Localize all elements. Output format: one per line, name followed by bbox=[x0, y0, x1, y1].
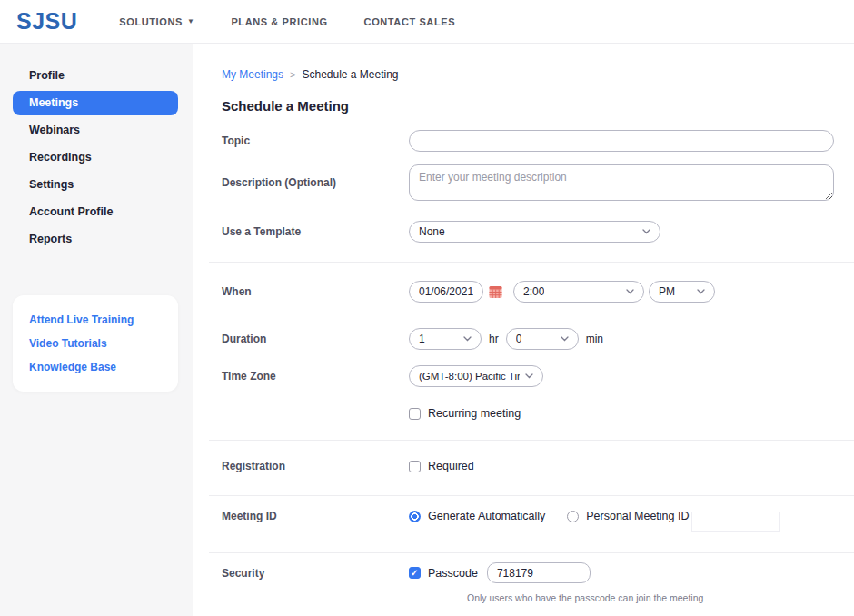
calendar-icon[interactable] bbox=[489, 285, 502, 299]
timezone-row: Time Zone (GMT-8:00) Pacific Time ( bbox=[222, 365, 834, 387]
description-row: Description (Optional) bbox=[222, 164, 834, 201]
when-row: When 2:00 PM bbox=[222, 281, 834, 303]
timezone-label: Time Zone bbox=[222, 370, 409, 383]
time-select[interactable]: 2:00 bbox=[513, 281, 644, 303]
nav-plans-pricing[interactable]: PLANS & PRICING bbox=[231, 16, 327, 27]
description-label: Description (Optional) bbox=[222, 176, 409, 189]
chevron-down-icon bbox=[561, 336, 569, 342]
sidebar-item-settings[interactable]: Settings bbox=[13, 173, 178, 197]
nav-solutions[interactable]: SOLUTIONS ▼ bbox=[119, 16, 194, 27]
section-divider bbox=[209, 495, 854, 496]
recurring-row: Recurring meeting bbox=[222, 402, 834, 424]
passcode-helper-text: Only users who have the passcode can joi… bbox=[467, 592, 703, 603]
registration-required-label[interactable]: Required bbox=[428, 460, 474, 472]
sjsu-logo[interactable]: SJSU bbox=[16, 8, 77, 35]
date-input[interactable] bbox=[409, 281, 483, 303]
section-divider bbox=[209, 552, 854, 553]
breadcrumb-current: Schedule a Meeting bbox=[302, 68, 398, 81]
topic-input[interactable] bbox=[409, 130, 834, 152]
passcode-input[interactable] bbox=[487, 562, 591, 583]
template-select[interactable]: None bbox=[409, 221, 660, 243]
help-links-card: Attend Live Training Video Tutorials Kno… bbox=[13, 295, 178, 392]
topic-row: Topic bbox=[222, 130, 834, 152]
meeting-id-label: Meeting ID bbox=[222, 510, 409, 522]
link-attend-live-training[interactable]: Attend Live Training bbox=[13, 308, 178, 332]
chevron-down-icon bbox=[463, 336, 472, 342]
section-divider bbox=[209, 262, 854, 263]
chevron-down-icon bbox=[626, 289, 634, 294]
template-row: Use a Template None bbox=[222, 221, 834, 243]
breadcrumb-my-meetings[interactable]: My Meetings bbox=[222, 68, 283, 81]
duration-label: Duration bbox=[222, 333, 409, 345]
passcode-label[interactable]: Passcode bbox=[428, 562, 478, 584]
topic-label: Topic bbox=[222, 134, 409, 147]
duration-hours-select[interactable]: 1 bbox=[409, 328, 482, 350]
registration-row: Registration Required bbox=[222, 455, 834, 477]
duration-minutes-select[interactable]: 0 bbox=[506, 328, 579, 350]
generate-automatically-label[interactable]: Generate Automatically bbox=[428, 510, 545, 522]
breadcrumb-separator: > bbox=[290, 69, 295, 80]
duration-row: Duration 1 hr 0 min bbox=[222, 328, 834, 350]
recurring-checkbox[interactable] bbox=[409, 408, 421, 420]
registration-label: Registration bbox=[222, 460, 409, 472]
sidebar-item-webinars[interactable]: Webinars bbox=[13, 118, 178, 143]
main-content: My Meetings > Schedule a Meeting Schedul… bbox=[193, 44, 854, 616]
breadcrumb: My Meetings > Schedule a Meeting bbox=[222, 68, 399, 81]
page-title: Schedule a Meeting bbox=[222, 98, 349, 114]
sidebar-item-meetings[interactable]: Meetings bbox=[13, 91, 178, 115]
personal-meeting-id-value-box bbox=[691, 512, 780, 532]
meridiem-select[interactable]: PM bbox=[649, 281, 715, 303]
top-navigation: SJSU SOLUTIONS ▼ PLANS & PRICING CONTACT… bbox=[0, 0, 854, 44]
minutes-unit-label: min bbox=[586, 333, 603, 345]
chevron-down-icon: ▼ bbox=[187, 17, 195, 25]
sidebar-item-reports[interactable]: Reports bbox=[13, 227, 178, 252]
personal-meeting-id-radio[interactable] bbox=[567, 511, 579, 522]
recurring-label[interactable]: Recurring meeting bbox=[428, 407, 521, 420]
personal-meeting-id-label[interactable]: Personal Meeting ID bbox=[586, 510, 689, 522]
chevron-down-icon bbox=[697, 289, 705, 294]
section-divider bbox=[209, 440, 854, 441]
chevron-down-icon bbox=[642, 229, 650, 234]
description-textarea[interactable] bbox=[409, 164, 834, 201]
generate-automatically-radio[interactable] bbox=[409, 511, 421, 522]
sidebar-item-recordings[interactable]: Recordings bbox=[13, 145, 178, 170]
when-label: When bbox=[222, 285, 409, 298]
sidebar: Profile Meetings Webinars Recordings Set… bbox=[0, 44, 193, 616]
timezone-select[interactable]: (GMT-8:00) Pacific Time ( bbox=[409, 365, 543, 387]
link-knowledge-base[interactable]: Knowledge Base bbox=[13, 355, 178, 379]
link-video-tutorials[interactable]: Video Tutorials bbox=[13, 332, 178, 355]
security-label: Security bbox=[222, 562, 409, 584]
meeting-id-row: Meeting ID Generate Automatically Person… bbox=[222, 505, 834, 527]
template-label: Use a Template bbox=[222, 225, 409, 238]
passcode-checkbox[interactable] bbox=[409, 567, 421, 579]
sidebar-item-account-profile[interactable]: Account Profile bbox=[13, 200, 178, 224]
hours-unit-label: hr bbox=[489, 333, 499, 345]
chevron-down-icon bbox=[525, 373, 533, 379]
registration-required-checkbox[interactable] bbox=[409, 461, 421, 472]
security-row: Security Passcode Only users who have th… bbox=[222, 562, 834, 606]
sidebar-item-profile[interactable]: Profile bbox=[13, 64, 178, 88]
nav-contact-sales[interactable]: CONTACT SALES bbox=[364, 16, 455, 27]
